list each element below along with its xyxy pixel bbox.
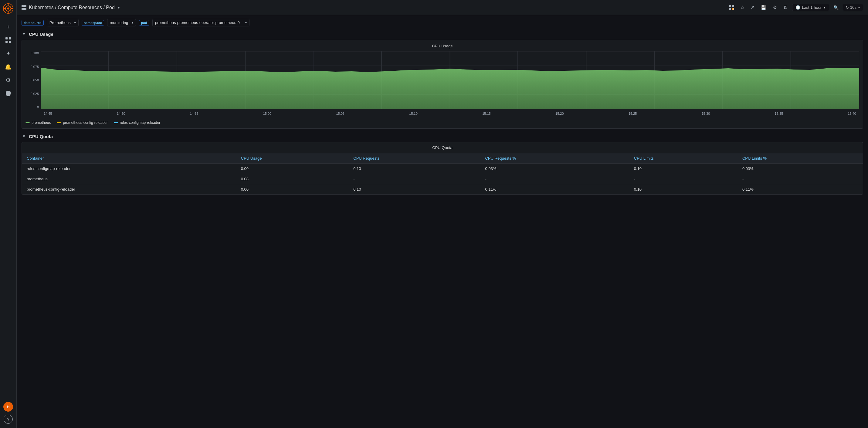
- sidebar-compass-icon[interactable]: ✦: [3, 48, 14, 59]
- breadcrumb-title: Kubernetes / Compute Resources / Pod: [29, 5, 115, 10]
- x-axis: 14:45 14:50 14:55 15:00 15:05 15:10 15:1…: [41, 109, 859, 118]
- cell-cpu-usage-2: 0.00: [236, 184, 349, 194]
- sidebar-bell-icon[interactable]: 🔔: [3, 61, 14, 72]
- sidebar-add-icon[interactable]: ＋: [3, 21, 14, 32]
- dropdown-arrow[interactable]: ▼: [117, 6, 121, 9]
- svg-rect-11: [729, 5, 731, 7]
- x-label-1455: 14:55: [190, 112, 198, 115]
- pod-label: pod: [139, 20, 149, 26]
- x-label-1500: 15:00: [263, 112, 272, 115]
- svg-point-6: [7, 7, 9, 9]
- cpu-chart-svg: [41, 51, 859, 109]
- cpu-quota-table-title: CPU Quota: [22, 142, 863, 153]
- cell-cpu-usage-0: 0.00: [236, 163, 349, 174]
- refresh-arrow: ▼: [858, 6, 860, 9]
- col-cpu-limits: CPU Limits: [629, 153, 738, 163]
- y-label-0: 0: [37, 105, 39, 109]
- cell-cpu-limits-pct-1: -: [738, 174, 863, 184]
- cell-cpu-limits-1: -: [629, 174, 738, 184]
- add-panel-button[interactable]: [727, 4, 736, 11]
- svg-rect-8: [9, 37, 11, 39]
- sidebar: ＋ ✦ 🔔 ⚙ H ?: [0, 0, 17, 428]
- namespace-select[interactable]: monitoring: [107, 19, 136, 26]
- svg-rect-10: [9, 41, 11, 43]
- grid-icon: [22, 5, 26, 10]
- cpu-chart-area: [41, 68, 859, 109]
- cpu-quota-table: Container CPU Usage CPU Requests CPU Req…: [22, 153, 863, 194]
- tv-mode-button[interactable]: 🖥: [781, 4, 790, 11]
- settings-button[interactable]: ⚙: [771, 3, 779, 11]
- table-row: rules-configmap-reloader 0.00 0.10 0.03%…: [22, 163, 863, 174]
- content-area: datasource Prometheus namespace monitori…: [17, 15, 868, 428]
- table-row: prometheus 0.08 - - - -: [22, 174, 863, 184]
- cpu-quota-collapse-button[interactable]: ▼: [22, 133, 26, 139]
- datasource-select[interactable]: Prometheus: [47, 19, 79, 26]
- legend-rules-reloader-color: [114, 122, 118, 123]
- cpu-quota-panel: CPU Quota Container CPU Usage CPU Reques…: [22, 142, 863, 194]
- x-label-1525: 15:25: [628, 112, 637, 115]
- cell-container-1: prometheus: [22, 174, 236, 184]
- table-header: Container CPU Usage CPU Requests CPU Req…: [22, 153, 863, 163]
- legend-config-reloader-color: [57, 122, 61, 123]
- x-label-1450: 14:50: [117, 112, 125, 115]
- grafana-logo[interactable]: [3, 3, 14, 14]
- save-button[interactable]: 💾: [759, 3, 769, 11]
- table-row: prometheus-config-reloader 0.00 0.10 0.1…: [22, 184, 863, 194]
- legend-rules-reloader-label: rules-configmap-reloader: [120, 121, 160, 125]
- time-range-picker[interactable]: 🕐 Last 1 hour ▼: [792, 4, 829, 11]
- chart-area: [41, 51, 859, 109]
- cpu-usage-collapse-button[interactable]: ▼: [22, 31, 26, 37]
- svg-rect-12: [732, 5, 734, 7]
- filter-row: datasource Prometheus namespace monitori…: [22, 19, 863, 26]
- sidebar-dashboard-icon[interactable]: [3, 35, 14, 45]
- namespace-select-wrapper[interactable]: monitoring: [107, 19, 136, 26]
- x-label-1530: 15:30: [702, 112, 710, 115]
- sidebar-help-icon[interactable]: ?: [4, 415, 13, 424]
- refresh-picker[interactable]: ↻ 10s ▼: [843, 4, 863, 11]
- topbar-actions: ☆ ↗ 💾 ⚙ 🖥 🕐 Last 1 hour ▼ 🔍 ↻ 10s ▼: [727, 3, 863, 11]
- avatar[interactable]: H: [3, 402, 13, 411]
- sidebar-shield-icon[interactable]: [3, 88, 14, 99]
- cell-cpu-requests-pct-0: 0.03%: [480, 163, 629, 174]
- chart-legend: prometheus prometheus-config-reloader ru…: [26, 121, 859, 125]
- col-cpu-limits-pct: CPU Limits %: [738, 153, 863, 163]
- y-label-0025: 0.025: [30, 92, 39, 96]
- cell-cpu-limits-pct-2: 0.11%: [738, 184, 863, 194]
- legend-prometheus-label: prometheus: [32, 121, 51, 125]
- cpu-usage-chart-title: CPU Usage: [26, 44, 859, 48]
- datasource-select-wrapper[interactable]: Prometheus: [47, 19, 79, 26]
- x-label-1515: 15:15: [482, 112, 491, 115]
- x-label-1540: 15:40: [848, 112, 856, 115]
- pod-select[interactable]: prometheus-prometheus-operator-prometheu…: [152, 19, 249, 26]
- time-range-label: Last 1 hour: [802, 5, 822, 10]
- share-button[interactable]: ↗: [749, 3, 756, 11]
- legend-prometheus: prometheus: [26, 121, 51, 125]
- y-label-0050: 0.050: [30, 78, 39, 82]
- cell-cpu-requests-0: 0.10: [348, 163, 480, 174]
- cell-cpu-limits-2: 0.10: [629, 184, 738, 194]
- sidebar-bottom: H ?: [3, 400, 13, 425]
- y-axis: 0.100 0.075 0.050 0.025 0: [26, 51, 41, 109]
- pod-select-wrapper[interactable]: prometheus-prometheus-operator-prometheu…: [152, 19, 249, 26]
- zoom-out-button[interactable]: 🔍: [832, 4, 840, 11]
- time-picker-arrow: ▼: [823, 6, 826, 9]
- cell-cpu-requests-2: 0.10: [348, 184, 480, 194]
- table-body: rules-configmap-reloader 0.00 0.10 0.03%…: [22, 163, 863, 194]
- refresh-interval-label: 10s: [850, 5, 857, 10]
- main-content: Kubernetes / Compute Resources / Pod ▼ ☆…: [17, 0, 868, 428]
- star-button[interactable]: ☆: [738, 3, 746, 11]
- svg-rect-13: [729, 8, 731, 10]
- refresh-icon: ↻: [845, 5, 849, 10]
- x-label-1445: 14:45: [44, 112, 52, 115]
- clock-icon: 🕐: [796, 5, 800, 10]
- cell-cpu-requests-pct-1: -: [480, 174, 629, 184]
- cell-cpu-limits-pct-0: 0.03%: [738, 163, 863, 174]
- cell-cpu-limits-0: 0.10: [629, 163, 738, 174]
- datasource-label: datasource: [22, 20, 44, 26]
- sidebar-settings-icon[interactable]: ⚙: [3, 75, 14, 86]
- y-label-0075: 0.075: [30, 65, 39, 69]
- cpu-usage-chart-container: 0.100 0.075 0.050 0.025 0: [26, 51, 859, 118]
- svg-rect-7: [5, 37, 8, 39]
- col-cpu-usage: CPU Usage: [236, 153, 349, 163]
- cpu-quota-section-title: CPU Quota: [29, 134, 53, 139]
